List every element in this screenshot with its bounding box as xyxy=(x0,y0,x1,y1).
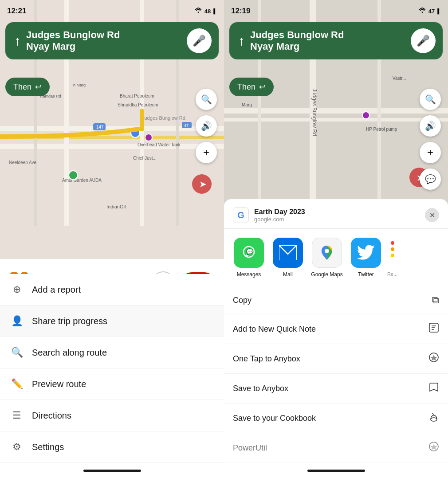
report-label: Add a report xyxy=(32,285,81,295)
street-name-1-left: Judges Bunglow Rd xyxy=(26,29,120,41)
copy-icon: ⧉ xyxy=(432,294,439,306)
speech-control-right[interactable]: 💬 xyxy=(420,168,441,190)
search-route-icon: 🔍 xyxy=(11,347,23,358)
zoom-control-right[interactable]: + xyxy=(420,142,441,163)
status-bar-right: 12:19 47 ▌ xyxy=(224,0,448,22)
menu-item-share-trip[interactable]: 👤 Share trip progress xyxy=(0,306,224,337)
google-maps-icon xyxy=(312,238,342,268)
share-trip-label: Share trip progress xyxy=(32,316,107,326)
mail-icon xyxy=(273,238,303,268)
time-left: 12:21 xyxy=(7,7,26,16)
menu-item-report[interactable]: ⊕ Add a report xyxy=(0,274,224,306)
share-header: G Earth Day 2023 google.com ✕ xyxy=(224,199,448,229)
svg-point-39 xyxy=(362,112,369,119)
volume-control-right[interactable]: 🔊 xyxy=(420,115,441,137)
dot-yellow xyxy=(391,254,394,257)
svg-marker-58 xyxy=(430,444,437,450)
search-route-label: Search along route xyxy=(32,348,107,358)
mic-button-right[interactable]: 🎤 xyxy=(411,28,436,53)
svg-point-49 xyxy=(325,249,329,253)
twitter-label: Twitter xyxy=(358,271,373,278)
action-powerutil[interactable]: PowerUtil xyxy=(224,433,448,463)
battery-right: 47 xyxy=(428,8,435,15)
then-arrow-left: ↩ xyxy=(35,82,42,92)
quick-note-icon xyxy=(428,322,439,336)
copy-label: Copy xyxy=(233,296,252,305)
share-source: G Earth Day 2023 google.com xyxy=(233,207,305,223)
action-anybox-tap[interactable]: One Tap to Anybox xyxy=(224,344,448,374)
action-copy[interactable]: Copy ⧉ xyxy=(224,286,448,314)
battery-left: 48 xyxy=(204,8,211,15)
action-anybox-save[interactable]: Save to Anybox xyxy=(224,374,448,404)
status-icons-right: 47 ▌ xyxy=(419,8,441,15)
zoom-control-left[interactable]: + xyxy=(196,142,217,163)
powerutil-icon xyxy=(428,441,439,454)
report-icon: ⊕ xyxy=(11,284,23,295)
volume-control-left[interactable]: 🔊 xyxy=(196,115,217,137)
home-bar-left xyxy=(83,470,141,472)
nav-bar-right[interactable]: ↑ Judges Bunglow Rd Nyay Marg 🎤 xyxy=(229,22,443,59)
nav-bar-left[interactable]: ↑ Judges Bunglow Rd Nyay Marg 🎤 xyxy=(5,22,219,59)
svg-text:Shraddha Petroleum: Shraddha Petroleum xyxy=(118,102,158,107)
street-name-2-right: Nyay Marg xyxy=(250,41,344,52)
map-controls-right: 🔍 🔊 + 💬 xyxy=(420,89,441,190)
app-messages[interactable]: 💬 Messages xyxy=(231,238,267,278)
settings-icon: ⚙ xyxy=(11,441,23,453)
nav-street-left: Judges Bunglow Rd Nyay Marg xyxy=(26,29,120,53)
mic-button-left[interactable]: 🎤 xyxy=(187,28,212,53)
map-controls-left: 🔍 🔊 + xyxy=(196,89,217,163)
svg-text:Judges Bunglow Rd: Judges Bunglow Rd xyxy=(311,89,318,136)
preview-route-icon: ✏️ xyxy=(11,378,23,390)
then-label-left: Then xyxy=(13,82,31,92)
messages-icon: 💬 xyxy=(234,238,264,268)
menu-item-settings[interactable]: ⚙ Settings xyxy=(0,431,224,463)
svg-text:➤: ➤ xyxy=(199,179,207,189)
svg-text:HP Petrol pump: HP Petrol pump xyxy=(366,127,397,132)
share-close-button[interactable]: ✕ xyxy=(425,208,439,222)
dot-red xyxy=(391,241,394,245)
share-sheet: G Earth Day 2023 google.com ✕ 💬 Messages xyxy=(224,199,448,478)
settings-label: Settings xyxy=(32,442,64,452)
anybox-save-label: Save to Anybox xyxy=(233,384,288,393)
svg-text:Overhead Water Tank: Overhead Water Tank xyxy=(138,142,181,147)
dot-orange xyxy=(391,247,394,251)
search-control-left[interactable]: 🔍 xyxy=(196,89,217,110)
status-bar-left: 12:21 48 ▌ xyxy=(0,0,224,22)
dots-column xyxy=(389,241,396,257)
app-twitter[interactable]: Twitter xyxy=(348,238,384,278)
nav-direction-left: ↑ Judges Bunglow Rd Nyay Marg xyxy=(14,29,187,53)
app-mail[interactable]: Mail xyxy=(270,238,306,278)
nav-up-arrow-left: ↑ xyxy=(14,33,21,48)
left-panel: Judges Bunglow Rd Neeldeep Ave Amul Gard… xyxy=(0,0,224,478)
status-icons-left: 48 ▌ xyxy=(195,8,217,15)
google-logo: G xyxy=(233,207,249,223)
then-label-right: Then xyxy=(237,82,255,92)
app-google-maps[interactable]: Google Maps xyxy=(309,238,345,278)
search-control-right[interactable]: 🔍 xyxy=(420,89,441,110)
menu-item-search-route[interactable]: 🔍 Search along route xyxy=(0,337,224,368)
wifi-icon-left xyxy=(195,8,202,15)
then-button-left[interactable]: Then ↩ xyxy=(5,78,50,96)
action-quick-note[interactable]: Add to New Quick Note xyxy=(224,314,448,344)
svg-text:n Marg: n Marg xyxy=(73,83,86,87)
svg-point-18 xyxy=(145,134,152,141)
menu-item-preview-route[interactable]: ✏️ Preview route xyxy=(0,368,224,400)
share-source-title: Earth Day 2023 xyxy=(254,208,305,216)
svg-text:Judges Bunglow Rd: Judges Bunglow Rd xyxy=(142,115,185,121)
menu-item-directions[interactable]: ☰ Directions xyxy=(0,400,224,431)
anybox-save-icon xyxy=(428,382,439,395)
svg-text:Vastr...: Vastr... xyxy=(393,76,406,81)
then-button-right[interactable]: Then ↩ xyxy=(229,78,274,96)
home-bar-right xyxy=(307,470,365,472)
street-name-2-left: Nyay Marg xyxy=(26,41,120,52)
time-right: 12:19 xyxy=(231,7,250,16)
then-arrow-right: ↩ xyxy=(259,82,266,92)
svg-text:147: 147 xyxy=(96,125,104,129)
google-letter: G xyxy=(237,210,244,220)
home-indicator-left xyxy=(0,463,224,478)
share-source-info: Earth Day 2023 google.com xyxy=(254,208,305,223)
share-trip-icon: 👤 xyxy=(11,315,23,327)
share-apps-row: 💬 Messages Mail G xyxy=(224,229,448,286)
cookbook-label: Save to your Cookbook xyxy=(233,414,316,423)
action-cookbook[interactable]: Save to your Cookbook xyxy=(224,404,448,433)
